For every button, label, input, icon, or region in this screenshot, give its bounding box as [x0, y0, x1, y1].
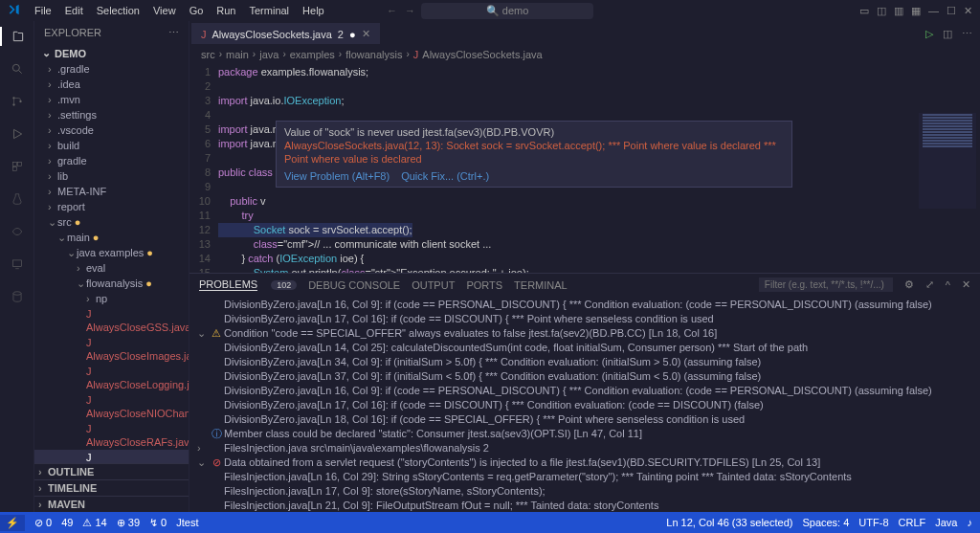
source-control-icon[interactable] [8, 92, 27, 111]
tree-item[interactable]: ›.gradle [34, 61, 189, 77]
status-warnings[interactable]: ⚠ 14 [82, 517, 106, 529]
status-count1[interactable]: 49 [61, 517, 73, 528]
customize-layout-icon[interactable]: ▦ [911, 5, 921, 17]
split-editor-icon[interactable]: ◫ [943, 28, 952, 40]
status-encoding[interactable]: UTF-8 [858, 517, 888, 528]
status-jtest[interactable]: Jtest [176, 517, 198, 528]
breadcrumb[interactable]: src › main › java › examples › flowanaly… [189, 46, 980, 63]
panel-close-icon[interactable]: ✕ [962, 278, 970, 291]
menu-selection[interactable]: Selection [91, 3, 145, 18]
extensions-icon[interactable] [8, 157, 27, 176]
problem-row[interactable]: DivisionByZero.java[Ln 14, Col 25]: calc… [197, 341, 972, 355]
status-cursor[interactable]: Ln 12, Col 46 (33 selected) [666, 517, 792, 528]
layout-toggle-icon[interactable]: ▭ [859, 5, 869, 17]
tab-ports[interactable]: PORTS [466, 279, 502, 291]
status-spaces[interactable]: Spaces: 4 [802, 517, 849, 528]
problems-filter-input[interactable] [759, 278, 893, 292]
tab-problems[interactable]: PROBLEMS [199, 278, 257, 291]
tree-item[interactable]: ›np [34, 291, 189, 306]
problem-row[interactable]: DivisionByZero.java[Ln 37, Col 9]: if (i… [197, 369, 972, 384]
tree-item[interactable]: ›eval [34, 260, 189, 276]
panel-toggle-icon[interactable]: ◫ [877, 5, 886, 17]
problem-row[interactable]: ⌄⚠Condition "code == SPECIAL_OFFER" alwa… [197, 326, 972, 341]
menu-go[interactable]: Go [184, 3, 210, 18]
outline-section[interactable]: ›OUTLINE [34, 463, 189, 479]
code-editor[interactable]: 123456789101112131415161718192021222324 … [189, 63, 980, 273]
nav-fwd-icon[interactable]: → [405, 5, 415, 16]
command-center[interactable]: 🔍 demo [421, 3, 593, 19]
tree-item[interactable]: J AlwaysCloseImages.java [34, 335, 189, 364]
tree-item[interactable]: ›lib [34, 168, 189, 184]
run-icon[interactable]: ▷ [925, 28, 933, 40]
tree-item[interactable]: ›META-INF [34, 184, 189, 199]
status-infos[interactable]: ⊕ 39 [117, 517, 140, 529]
database-icon[interactable] [8, 287, 27, 306]
tree-item[interactable]: ⌄src● [34, 214, 189, 230]
view-problem-link[interactable]: View Problem (Alt+F8) [284, 170, 390, 182]
problem-row[interactable]: ⓘMember class could be declared "static"… [197, 427, 972, 441]
quick-fix-link[interactable]: Quick Fix... (Ctrl+.) [401, 170, 489, 182]
problem-row[interactable]: DivisionByZero.java[Ln 17, Col 16]: if (… [197, 312, 972, 326]
window-maximize[interactable]: ☐ [947, 5, 956, 17]
problem-row[interactable]: FilesInjection.java[Ln 17, Col 9]: store… [197, 484, 972, 499]
window-minimize[interactable]: — [928, 5, 939, 17]
tree-item[interactable]: ⌄flowanalysis● [34, 276, 189, 291]
filter-icon[interactable]: ⚙ [904, 278, 914, 291]
tab-alwaysclosesockets[interactable]: J AlwaysCloseSockets.java 2 ● ✕ [191, 23, 380, 44]
tree-item[interactable]: ›.settings [34, 107, 189, 122]
problem-row[interactable]: DivisionByZero.java[Ln 16, Col 9]: if (c… [197, 384, 972, 398]
collapse-icon[interactable]: ⤢ [925, 278, 934, 291]
status-ports[interactable]: ↯ 0 [149, 517, 167, 529]
problem-row[interactable]: DivisionByZero.java[Ln 34, Col 9]: if (i… [197, 355, 972, 369]
tree-item[interactable]: ›report [34, 199, 189, 214]
more-actions-icon[interactable]: ⋯ [962, 28, 972, 40]
maven-section[interactable]: ›MAVEN [34, 496, 189, 512]
remote-icon[interactable] [8, 255, 27, 274]
tree-item[interactable]: J AlwaysCloseGSS.java2 [34, 306, 189, 335]
problem-row[interactable]: FilesInjection.java[Ln 16, Col 29]: Stri… [197, 470, 972, 484]
tree-item[interactable]: J AlwaysCloseSockets.java2 [34, 450, 189, 463]
tree-item[interactable]: J AlwaysCloseRAFs.java [34, 421, 189, 450]
sidebar-toggle-icon[interactable]: ▥ [894, 5, 903, 17]
minimap[interactable] [919, 113, 976, 209]
tree-item[interactable]: ›.mvn [34, 92, 189, 107]
nav-back-icon[interactable]: ← [387, 5, 397, 16]
tree-item[interactable]: J AlwaysCloseLogging.java1 [34, 364, 189, 392]
testing-icon[interactable] [8, 189, 27, 209]
timeline-section[interactable]: ›TIMELINE [34, 479, 189, 496]
search-icon[interactable] [8, 59, 27, 78]
tab-output[interactable]: OUTPUT [412, 279, 455, 291]
status-remote[interactable]: ⚡ [0, 515, 25, 531]
tree-item[interactable]: ›.vscode [34, 122, 189, 138]
close-tab-icon[interactable]: ✕ [362, 28, 370, 40]
menu-help[interactable]: Help [297, 3, 330, 18]
tree-item[interactable]: J AlwaysCloseNIOChannels.java3 [34, 392, 189, 421]
tree-item[interactable]: ⌄main● [34, 230, 189, 245]
problem-row[interactable]: ›FilesInjection.java src\main\java\examp… [197, 441, 972, 455]
status-bell-icon[interactable]: ♪ [968, 517, 973, 528]
problem-row[interactable]: DivisionByZero.java[Ln 18, Col 16]: if (… [197, 412, 972, 427]
menu-terminal[interactable]: Terminal [244, 3, 296, 18]
tree-item[interactable]: ⌄java examples● [34, 245, 189, 260]
status-eol[interactable]: CRLF [899, 517, 926, 528]
problem-row[interactable]: DivisionByZero.java[Ln 16, Col 9]: if (c… [197, 298, 972, 312]
explorer-icon[interactable] [0, 27, 34, 46]
menu-file[interactable]: File [29, 3, 57, 18]
window-close[interactable]: ✕ [964, 5, 972, 17]
status-lang[interactable]: Java [935, 517, 957, 528]
menu-view[interactable]: View [147, 3, 182, 18]
more-icon[interactable]: ⋯ [168, 27, 179, 39]
tree-item[interactable]: ›build [34, 138, 189, 153]
tab-debug-console[interactable]: DEBUG CONSOLE [308, 279, 400, 291]
tree-item[interactable]: ›.idea [34, 77, 189, 92]
tree-item[interactable]: ›gradle [34, 153, 189, 168]
project-root[interactable]: ⌄DEMO [34, 45, 189, 61]
panel-maximize-icon[interactable]: ^ [946, 279, 950, 291]
problem-row[interactable]: ⌄⊘Data obtained from a servlet request (… [197, 455, 972, 470]
problem-row[interactable]: FilesInjection.java[Ln 21, Col 9]: FileO… [197, 499, 972, 512]
menu-edit[interactable]: Edit [59, 3, 89, 18]
menu-run[interactable]: Run [211, 3, 241, 18]
status-errors[interactable]: ⊘ 0 [34, 517, 52, 529]
run-debug-icon[interactable] [8, 124, 27, 144]
tab-terminal[interactable]: TERMINAL [514, 279, 568, 291]
